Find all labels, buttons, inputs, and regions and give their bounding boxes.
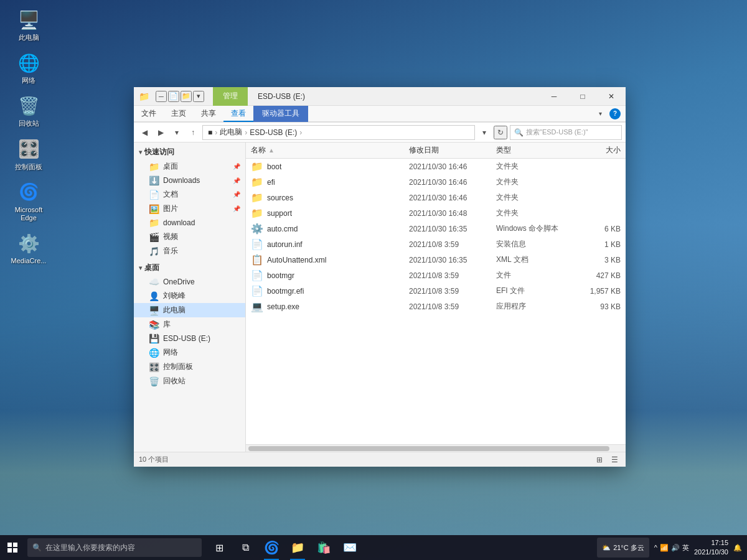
- table-row[interactable]: 📄 bootmgr.efi 2021/10/8 3:59 EFI 文件 1,95…: [246, 283, 626, 299]
- ribbon-collapse-btn[interactable]: ▾: [593, 107, 607, 121]
- sidebar-item-user[interactable]: 👤 刘晓峰: [134, 289, 245, 303]
- control-panel-icon: 🎛️: [17, 138, 40, 161]
- ribbon-tab-view[interactable]: 查看: [223, 106, 253, 122]
- desktop-icon-recycle[interactable]: 🗑️ 回收站: [6, 92, 51, 130]
- weather-text: 21°C 多云: [613, 543, 644, 553]
- taskbar-icon-mail[interactable]: ✉️: [337, 535, 362, 560]
- sidebar-item-network-nav[interactable]: 🌐 网络: [134, 345, 245, 360]
- taskbar-icon-multitask[interactable]: ⧉: [233, 535, 258, 560]
- ribbon-tab-file[interactable]: 文件: [134, 106, 164, 122]
- ime-icon[interactable]: 英: [682, 543, 689, 553]
- col-size[interactable]: 大小: [571, 145, 621, 156]
- table-row[interactable]: 📁 sources 2021/10/30 16:46 文件夹: [246, 190, 626, 205]
- quick-access-header[interactable]: ▾ 快速访问: [134, 145, 245, 159]
- close-button[interactable]: ✕: [597, 87, 626, 106]
- manage-tab[interactable]: 管理: [213, 87, 248, 106]
- ribbon-help-btn[interactable]: ?: [609, 108, 621, 119]
- desktop-icon-edge[interactable]: 🌀 Microsoft Edge: [6, 179, 51, 225]
- file-type-autounattend: XML 文档: [496, 254, 571, 265]
- desktop-icon-mediacre[interactable]: ⚙️ MediaCre...: [6, 230, 51, 268]
- scrollbar-thumb[interactable]: [248, 446, 609, 451]
- taskbar-icon-store[interactable]: 🛍️: [311, 535, 336, 560]
- table-row[interactable]: 📁 efi 2021/10/30 16:46 文件夹: [246, 174, 626, 190]
- refresh-button[interactable]: ↻: [494, 126, 507, 139]
- table-row[interactable]: 📁 support 2021/10/30 16:48 文件夹: [246, 205, 626, 221]
- col-name[interactable]: 名称 ▲: [251, 145, 409, 156]
- file-date-bootmgrefi: 2021/10/8 3:59: [409, 287, 496, 296]
- ribbon-tab-share[interactable]: 共享: [194, 106, 223, 122]
- file-date-bootmgr: 2021/10/8 3:59: [409, 271, 496, 280]
- taskbar-search[interactable]: 🔍 在这里输入你要搜索的内容: [27, 538, 202, 557]
- ribbon-tab-home[interactable]: 主页: [164, 106, 194, 122]
- table-row[interactable]: 📄 bootmgr 2021/10/8 3:59 文件 427 KB: [246, 268, 626, 283]
- address-dropdown-btn[interactable]: ▾: [477, 126, 491, 139]
- taskbar-clock[interactable]: 17:15 2021/10/30: [694, 538, 728, 558]
- sidebar-item-download2-qa[interactable]: 📁 download: [134, 216, 245, 230]
- taskbar-icon-taskview[interactable]: ⊞: [207, 535, 232, 560]
- sidebar-item-onedrive[interactable]: ☁️ OneDrive: [134, 275, 245, 289]
- sidebar-item-this-pc[interactable]: 🖥️ 此电脑: [134, 303, 245, 317]
- quick-access-arrow: ▾: [139, 149, 142, 156]
- taskbar-weather[interactable]: ⛅ 21°C 多云: [597, 538, 649, 558]
- address-path[interactable]: ■ › 此电脑 › ESD-USB (E:) ›: [202, 125, 475, 140]
- taskbar-icon-explorer[interactable]: 📁: [285, 535, 310, 560]
- sidebar-item-downloads-qa[interactable]: ⬇️ Downloads 📌: [134, 174, 245, 187]
- address-part-thispc[interactable]: 此电脑: [220, 127, 242, 138]
- sidebar-item-recycle-bin[interactable]: 🗑️ 回收站: [134, 374, 245, 388]
- desktop-icon-this-pc[interactable]: 🖥️ 此电脑: [6, 6, 51, 44]
- desktop-section-arrow: ▾: [139, 264, 142, 271]
- svg-rect-3: [13, 548, 17, 553]
- explorer-icon: 📁: [139, 91, 149, 101]
- quick-btn-folder[interactable]: 📁: [181, 91, 192, 102]
- recent-locations-button[interactable]: ▾: [170, 126, 184, 139]
- ribbon-tab-driver[interactable]: 驱动器工具: [253, 106, 308, 122]
- start-button[interactable]: [0, 535, 25, 560]
- sidebar-item-desktop-qa[interactable]: 📁 桌面 📌: [134, 159, 245, 174]
- sidebar-item-pics-qa[interactable]: 🖼️ 图片 📌: [134, 202, 245, 216]
- table-row[interactable]: ⚙️ auto.cmd 2021/10/30 16:35 Windows 命令脚…: [246, 221, 626, 236]
- sidebar-item-docs-qa[interactable]: 📄 文档 📌: [134, 187, 245, 202]
- network-nav-icon: 🌐: [149, 348, 159, 358]
- network-sys-icon[interactable]: 📶: [660, 544, 669, 552]
- file-size-setup: 93 KB: [571, 302, 621, 311]
- chevron-icon[interactable]: ^: [654, 544, 657, 551]
- notifications-icon[interactable]: 🔔: [733, 544, 742, 552]
- col-date[interactable]: 修改日期: [409, 145, 496, 156]
- horizontal-scrollbar[interactable]: [246, 444, 626, 452]
- minimize-button[interactable]: ─: [540, 87, 568, 106]
- taskbar-icon-edge[interactable]: 🌀: [259, 535, 284, 560]
- detail-view-btn[interactable]: ⊞: [593, 454, 606, 466]
- sidebar-item-lib[interactable]: 📚 库: [134, 317, 245, 332]
- table-row[interactable]: 📋 AutoUnattend.xml 2021/10/30 16:35 XML …: [246, 252, 626, 268]
- desktop-icon-network[interactable]: 🌐 网络: [6, 49, 51, 87]
- quick-btn-down[interactable]: ▾: [193, 91, 204, 102]
- sidebar-item-ctrl-panel[interactable]: 🎛️ 控制面板: [134, 360, 245, 374]
- quick-btn-1[interactable]: ─: [156, 91, 167, 102]
- up-button[interactable]: ↑: [186, 126, 200, 139]
- sidebar-item-videos-qa[interactable]: 🎬 视频: [134, 230, 245, 244]
- file-name-setup: setup.exe: [267, 302, 409, 311]
- sidebar-item-esd-usb[interactable]: 💾 ESD-USB (E:): [134, 332, 245, 345]
- desktop-section-header[interactable]: ▾ 桌面: [134, 261, 245, 275]
- desktop-qa-icon: 📁: [149, 162, 159, 172]
- sidebar-item-music-qa[interactable]: 🎵 音乐: [134, 244, 245, 258]
- forward-button[interactable]: ▶: [154, 126, 167, 139]
- back-button[interactable]: ◀: [138, 126, 151, 139]
- search-box[interactable]: 🔍 搜索"ESD-USB (E:)": [510, 125, 622, 140]
- quick-btn-2[interactable]: 📄: [168, 91, 179, 102]
- table-row[interactable]: 💻 setup.exe 2021/10/8 3:59 应用程序 93 KB: [246, 299, 626, 314]
- desktop-qa-pin: 📌: [233, 163, 240, 170]
- list-view-btn[interactable]: ☰: [608, 454, 621, 466]
- file-date-efi: 2021/10/30 16:46: [409, 178, 496, 187]
- recycle-bin-label: 回收站: [163, 376, 186, 386]
- address-part-pc[interactable]: ■: [208, 128, 212, 137]
- volume-icon[interactable]: 🔊: [671, 544, 680, 552]
- table-row[interactable]: 📄 autorun.inf 2021/10/8 3:59 安装信息 1 KB: [246, 236, 626, 252]
- user-icon: 👤: [149, 291, 159, 301]
- col-type[interactable]: 类型: [496, 145, 571, 156]
- desktop-icon-control-panel[interactable]: 🎛️ 控制面板: [6, 136, 51, 174]
- table-row[interactable]: 📁 boot 2021/10/30 16:46 文件夹: [246, 159, 626, 174]
- address-part-drive[interactable]: ESD-USB (E:): [250, 128, 297, 137]
- file-type-bootmgrefi: EFI 文件: [496, 286, 571, 296]
- maximize-button[interactable]: □: [568, 87, 597, 106]
